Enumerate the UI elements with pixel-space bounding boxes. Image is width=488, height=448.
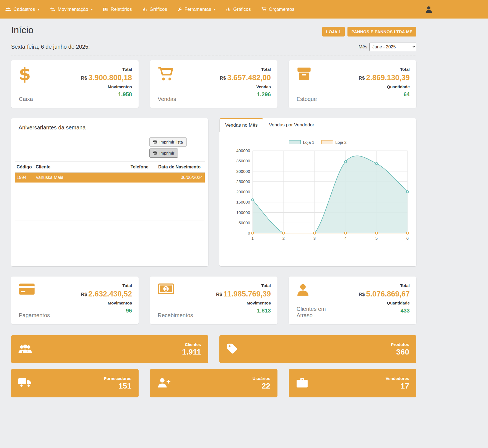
nav-item-cadastros[interactable]: Cadastros ▾ (0, 0, 45, 19)
nav-item-graficos-1[interactable]: Gráficos (137, 0, 172, 19)
panel-divider (15, 220, 204, 220)
tile-produtos[interactable]: Produtos 360 (219, 335, 417, 363)
svg-text:150000: 150000 (236, 200, 250, 204)
total-value: R$11.985.769,39 (216, 290, 271, 298)
nav-label: Relatórios (111, 7, 132, 12)
total-label: Total (122, 283, 132, 288)
tile-fornecedores[interactable]: Fornecedores 151 (11, 369, 139, 397)
company-button[interactable]: PANNOS E PANNOS LTDA ME (347, 27, 416, 37)
count-value: 1.958 (118, 91, 132, 98)
svg-text:0: 0 (248, 231, 250, 235)
banknote-icon: 1 (158, 283, 193, 296)
svg-text:4: 4 (344, 236, 347, 241)
print-list-label: Imprimir lista (159, 140, 183, 144)
stat-card-clientes-atraso: Clientes em Atraso Total R$5.076.869,67 … (289, 277, 416, 324)
sales-tabs: Vendas no Mês Vendas por Vendedor (219, 118, 416, 132)
tile-label: Fornecedores (104, 376, 131, 381)
tile-label: Usuários (253, 376, 270, 381)
table-header-row: Código Cliente Telefone Data de Nascimen… (15, 162, 205, 173)
currency-prefix: R$ (216, 292, 222, 297)
amount-text: 5.076.869,67 (366, 290, 410, 298)
month-select[interactable]: June - 2025 (369, 43, 416, 51)
tile-value: 151 (118, 382, 131, 390)
nav-item-orcamentos[interactable]: Orçamentos (256, 0, 300, 19)
amount-text: 3.900.800,18 (88, 74, 132, 82)
count-label: Quantidade (387, 84, 410, 89)
stat-card-title: Vendas (158, 96, 176, 102)
birthdays-title: Aniversariantes da semana (19, 124, 205, 131)
total-value: R$3.657.482,00 (220, 73, 271, 82)
svg-text:350000: 350000 (236, 158, 250, 163)
count-value: 64 (404, 91, 410, 98)
briefcase-icon (296, 377, 308, 389)
tab-vendas-no-mes[interactable]: Vendas no Mês (219, 118, 263, 132)
count-value: 433 (401, 308, 410, 314)
svg-text:250000: 250000 (236, 179, 250, 184)
tile-usuarios[interactable]: Usuários 22 (150, 369, 277, 397)
total-label: Total (400, 67, 410, 72)
stat-card-recebimentos: 1 Recebimentos Total R$11.985.769,39 Mov… (150, 277, 277, 324)
user-plus-icon (157, 378, 170, 389)
month-label: Mês (359, 44, 367, 50)
column-codigo: Código (15, 162, 34, 173)
count-label: Quantidade (387, 301, 410, 305)
column-cliente: Cliente (34, 162, 129, 173)
user-icon[interactable] (425, 6, 432, 14)
amount-text: 2.869.130,39 (366, 74, 410, 82)
svg-text:6: 6 (406, 236, 409, 241)
nav-label: Ferramentas (185, 7, 211, 12)
print-list-button[interactable]: Imprimir lista (149, 137, 187, 147)
wrench-icon (178, 7, 182, 12)
printer-icon (153, 140, 157, 144)
nav-label: Gráficos (233, 7, 251, 12)
stat-card-estoque: Estoque Total R$2.869.130,39 Quantidade … (289, 60, 416, 108)
tile-value: 1.911 (182, 348, 201, 356)
tile-vendedores[interactable]: Vendedores 17 (289, 369, 416, 397)
credit-card-icon (19, 283, 50, 296)
store-button[interactable]: LOJA 1 (322, 27, 345, 37)
stat-card-vendas: Vendas Total R$3.657.482,00 Vendas 1.296 (150, 60, 277, 108)
nav-item-ferramentas[interactable]: Ferramentas ▾ (172, 0, 221, 19)
table-row[interactable]: 1994 Vanuska Maia 06/06/2024 (15, 173, 205, 183)
count-label: Movimentos (108, 84, 132, 89)
nav-item-graficos-2[interactable]: Gráficos (221, 0, 256, 19)
count-label: Vendas (256, 84, 271, 89)
stat-card-pagamentos: Pagamentos Total R$2.632.430,52 Moviment… (11, 277, 139, 324)
bar-chart-icon (226, 7, 231, 11)
sales-panel: Vendas no Mês Vendas por Vendedor Loja 1… (219, 118, 416, 266)
chart-legend: Loja 1 Loja 2 (223, 140, 412, 145)
nav-item-relatorios[interactable]: Relatórios (98, 0, 137, 19)
count-value: 1.296 (257, 91, 271, 98)
count-label: Movimentos (108, 301, 132, 305)
top-navbar: Cadastros ▾ Movimentação ▾ Relatórios Gr… (0, 0, 488, 19)
tile-value: 17 (401, 382, 409, 390)
tile-clientes[interactable]: Clientes 1.911 (11, 335, 208, 363)
total-value: R$2.632.430,52 (81, 290, 132, 298)
total-value: R$3.900.800,18 (81, 73, 132, 82)
svg-text:5: 5 (375, 236, 378, 241)
stat-card-caixa: $ Caixa Total R$3.900.800,18 Movimentos … (11, 60, 139, 108)
newspaper-icon (103, 7, 108, 11)
users-icon (5, 7, 11, 11)
legend-swatch-loja2 (321, 140, 333, 144)
cell-nascimento: 06/06/2024 (156, 173, 205, 183)
currency-prefix: R$ (220, 75, 226, 81)
user-icon (297, 283, 338, 297)
svg-text:50000: 50000 (238, 220, 250, 225)
legend-item-loja1[interactable]: Loja 1 (289, 140, 314, 145)
amount-text: 2.632.430,52 (88, 290, 132, 298)
print-button[interactable]: Imprimir (149, 149, 178, 158)
svg-text:1: 1 (165, 286, 168, 292)
nav-label: Movimentação (58, 7, 89, 12)
amount-text: 11.985.769,39 (224, 290, 271, 298)
svg-text:400000: 400000 (236, 149, 250, 153)
printer-icon (153, 151, 157, 155)
column-nascimento: Data de Nascimento (156, 162, 205, 173)
legend-item-loja2[interactable]: Loja 2 (321, 140, 347, 145)
tile-value: 22 (262, 382, 270, 390)
count-value: 96 (126, 308, 132, 314)
svg-text:2: 2 (282, 236, 285, 241)
tab-vendas-por-vendedor[interactable]: Vendas por Vendedor (263, 118, 320, 132)
nav-item-movimentacao[interactable]: Movimentação ▾ (45, 0, 98, 19)
nav-label: Gráficos (150, 7, 167, 12)
